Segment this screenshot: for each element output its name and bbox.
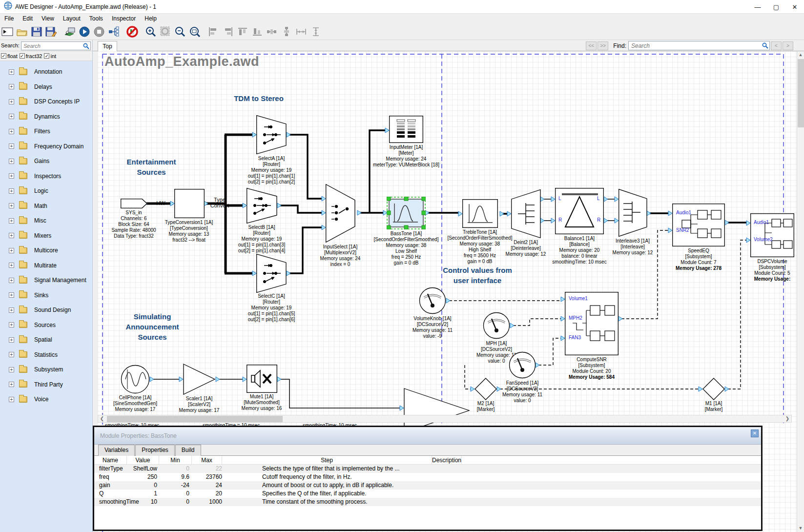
sidebar-item[interactable]: + Sinks (0, 288, 92, 303)
panel-tab[interactable]: Variables (98, 445, 135, 456)
block-inputmeter[interactable] (389, 116, 423, 143)
connect-target-icon[interactable] (62, 25, 77, 39)
sidebar-item[interactable]: + Math (0, 199, 92, 214)
sidebar-item[interactable]: + Frequency Domain (0, 139, 92, 154)
sidebar-item[interactable]: + Delays (0, 80, 92, 95)
block-volumeknob[interactable] (419, 287, 446, 314)
block-scaler1[interactable] (183, 364, 216, 395)
panel-tab[interactable]: Properties (135, 445, 175, 456)
panel-close-icon[interactable]: ✕ (751, 430, 759, 437)
menu-item[interactable]: Layout (59, 14, 85, 23)
block-speedeq[interactable]: Audio1 SNR2 (672, 204, 725, 246)
expand-icon[interactable]: + (9, 233, 14, 238)
sidebar-item[interactable]: + Logic (0, 184, 92, 199)
zoom-in-icon[interactable] (144, 25, 158, 39)
find-input[interactable] (628, 41, 770, 50)
distribute-vertical-icon[interactable] (279, 25, 294, 39)
canvas-hscrollbar[interactable]: ❮ ❯ (98, 415, 792, 423)
stop-icon[interactable] (92, 25, 106, 39)
menu-item[interactable]: View (37, 14, 59, 23)
sidebar-item[interactable]: + Multirate (0, 258, 92, 273)
scroll-up-icon[interactable]: ▲ (797, 51, 804, 59)
table-row[interactable]: freq 250 9.6 23760 Cutoff frequency of t… (94, 473, 761, 481)
expand-icon[interactable]: + (9, 129, 14, 134)
halt-icon[interactable] (125, 25, 140, 39)
block-m2[interactable] (474, 378, 497, 400)
block-basstone-selected[interactable] (387, 197, 426, 229)
align-bottom-icon[interactable] (250, 25, 265, 39)
find-next-button[interactable]: >> (598, 41, 608, 50)
sidebar-item[interactable]: + Dynamics (0, 109, 92, 124)
canvas-vscrollbar[interactable]: ▲ ▼ (797, 51, 804, 532)
expand-icon[interactable]: + (9, 307, 14, 313)
block-fanspeed[interactable] (509, 351, 536, 379)
expand-icon[interactable]: + (9, 159, 14, 164)
block-dspcvolume[interactable]: Audio1 Volume2 (750, 213, 794, 257)
sidebar-item[interactable]: + Filters (0, 124, 92, 139)
block-mph[interactable] (483, 312, 510, 339)
align-top-icon[interactable] (235, 25, 250, 39)
scroll-left-icon[interactable]: ❮ (98, 415, 106, 422)
table-row[interactable]: Q 1 0 20 Specifies the Q of the filter, … (94, 490, 761, 498)
filter-checkbox[interactable]: ✓ (20, 53, 25, 59)
zoom-region-icon[interactable] (158, 25, 173, 39)
table-row[interactable]: gain 0 -24 24 Amount of boost or cut to … (94, 481, 761, 490)
close-button[interactable]: ✕ (785, 0, 804, 14)
sidebar-item[interactable]: + Subsystem (0, 362, 92, 377)
block-balance1[interactable]: L R L R (555, 188, 604, 234)
run-icon[interactable] (77, 25, 92, 39)
sidebar-item[interactable]: + Third Party (0, 377, 92, 392)
sidebar-item[interactable]: + Statistics (0, 348, 92, 363)
expand-icon[interactable]: + (9, 248, 14, 253)
open-icon[interactable] (15, 25, 29, 39)
sidebar-item[interactable]: + DSP Concepts IP (0, 94, 92, 109)
expand-icon[interactable]: + (9, 99, 14, 104)
menu-item[interactable]: Tools (85, 14, 107, 23)
sidebar-item[interactable]: + Inspectors (0, 169, 92, 184)
block-deint2[interactable] (511, 189, 541, 238)
distribute-horizontal-icon[interactable] (265, 25, 279, 39)
expand-icon[interactable]: + (9, 173, 14, 179)
align-left-icon[interactable] (206, 25, 221, 39)
expand-icon[interactable]: + (9, 114, 14, 119)
expand-icon[interactable]: + (9, 352, 14, 357)
menu-item[interactable]: Help (140, 14, 161, 23)
menu-item[interactable]: Edit (18, 14, 37, 23)
expand-icon[interactable]: + (9, 382, 14, 387)
filter-checkbox[interactable]: ✓ (1, 53, 6, 59)
block-inputselect[interactable] (326, 184, 355, 243)
maximize-button[interactable]: ▢ (767, 0, 785, 14)
panel-header[interactable]: Module Properties: BassTone ✕ (94, 427, 761, 445)
scroll-right-icon[interactable]: ❯ (783, 415, 791, 422)
tab-top[interactable]: Top (98, 41, 117, 51)
expand-icon[interactable]: + (9, 84, 14, 89)
vscroll-thumb[interactable] (798, 59, 804, 127)
expand-icon[interactable]: + (9, 367, 14, 372)
block-cellphone[interactable] (121, 365, 150, 394)
block-computesnr[interactable]: Volume1 MPH2 FAN3 (565, 292, 618, 355)
menu-item[interactable]: File (0, 14, 18, 23)
hscroll-thumb[interactable] (107, 416, 283, 422)
save-as-icon[interactable] (44, 25, 59, 39)
scroll-down-icon[interactable]: ▼ (797, 525, 804, 532)
sidebar-item[interactable]: + Signal Management (0, 273, 92, 288)
expand-icon[interactable]: + (9, 143, 14, 149)
sidebar-item[interactable]: + Multicore (0, 243, 92, 258)
save-icon[interactable] (29, 25, 44, 39)
sidebar-item[interactable]: + Spatial (0, 332, 92, 348)
profile-icon[interactable] (106, 25, 121, 39)
expand-icon[interactable]: + (9, 218, 14, 224)
zoom-out-icon[interactable] (173, 25, 187, 39)
block-mute1[interactable] (247, 365, 277, 393)
block-selecta[interactable] (256, 115, 287, 154)
block-selectb[interactable] (247, 188, 277, 224)
expand-icon[interactable]: + (9, 69, 14, 75)
sidebar-item[interactable]: + Gains (0, 154, 92, 169)
sidebar-item[interactable]: + Sources (0, 318, 92, 333)
block-sys-in[interactable]: HW (121, 199, 147, 208)
table-row[interactable]: filterType ShelfLow 0 22 Selects the typ… (94, 465, 761, 473)
block-interleave3[interactable] (618, 189, 647, 237)
sidebar-item[interactable]: + Sound Design (0, 303, 92, 318)
block-m1[interactable] (702, 378, 725, 400)
expand-icon[interactable]: + (9, 278, 14, 283)
